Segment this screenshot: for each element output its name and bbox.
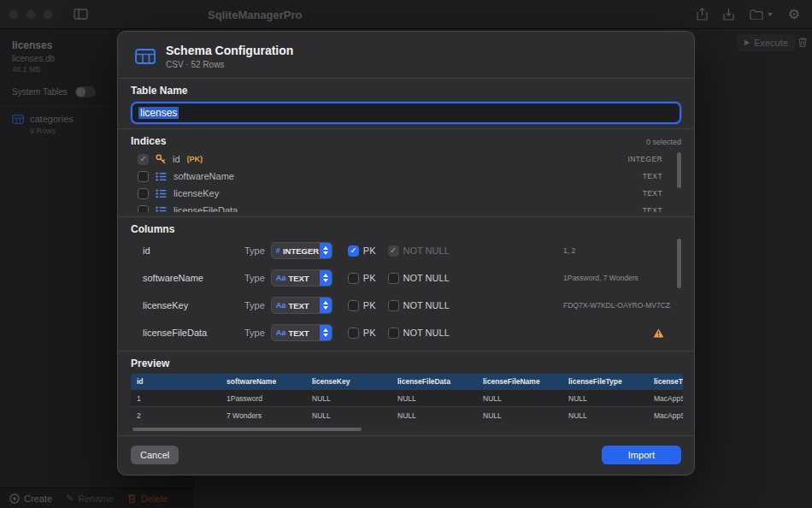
index-checkbox[interactable] <box>138 205 149 213</box>
number-type-icon: # <box>276 246 280 255</box>
index-type: TEXT <box>643 189 662 198</box>
text-type-icon: Aa <box>276 274 286 282</box>
index-row[interactable]: id (PK) INTEGER <box>131 151 681 168</box>
pk-checkbox[interactable] <box>348 328 359 339</box>
column-header: id <box>131 374 221 390</box>
preview-section: Preview id softwareName licenseKey licen… <box>118 351 694 435</box>
type-label: Type <box>244 300 265 310</box>
text-type-icon: Aa <box>276 301 286 310</box>
columns-list: id Type # INTEGER PK NOT NULL 1, 2 softw… <box>131 237 681 346</box>
column-name: softwareName <box>143 273 244 283</box>
list-icon <box>156 172 167 181</box>
list-icon <box>156 206 167 213</box>
not-null-checkbox[interactable] <box>388 300 399 311</box>
index-row[interactable]: softwareName TEXT <box>131 168 681 185</box>
index-checkbox[interactable] <box>138 171 149 182</box>
pk-badge: (PK) <box>187 155 203 163</box>
column-header: licenseFileName <box>477 374 562 390</box>
column-row: id Type # INTEGER PK NOT NULL 1, 2 <box>131 237 681 264</box>
sample-values: FDQ7X-W7KDL-OAYRO-MV7CZ, oIQnA… <box>563 301 671 310</box>
stepper-icon <box>320 297 332 314</box>
schema-icon <box>135 49 156 64</box>
column-name: id <box>143 245 244 256</box>
not-null-checkbox[interactable] <box>388 273 399 284</box>
not-null-checkbox[interactable] <box>388 328 399 339</box>
schema-configuration-dialog: Schema Configuration CSV · 52 Rows Table… <box>117 31 695 476</box>
column-row: licenseFileData Type Aa TEXT PK NOT NULL <box>131 319 681 346</box>
cell: NULL <box>306 390 391 407</box>
not-null-checkbox[interactable] <box>388 245 399 257</box>
scrollbar[interactable] <box>677 152 681 188</box>
cell: NULL <box>477 407 562 424</box>
pk-checkbox[interactable] <box>348 300 359 311</box>
column-row: licenseKey Type Aa TEXT PK NOT NULL FDQ7… <box>131 292 681 319</box>
pk-checkbox[interactable] <box>348 273 359 284</box>
type-label: Type <box>244 245 265 256</box>
pk-label: PK <box>363 328 376 338</box>
pk-label: PK <box>363 300 376 310</box>
cell: NULL <box>562 407 648 424</box>
key-icon <box>156 154 166 164</box>
indices-label: Indices <box>131 135 166 147</box>
preview-label: Preview <box>131 357 681 369</box>
type-label: Type <box>244 273 265 283</box>
index-checkbox[interactable] <box>138 188 149 199</box>
index-row[interactable]: licenseFileData TEXT <box>131 202 681 212</box>
scrollbar[interactable] <box>677 239 681 288</box>
type-select[interactable]: Aa TEXT <box>271 324 332 341</box>
not-null-label: NOT NULL <box>403 273 450 283</box>
table-row: 1 1Password NULL NULL NULL NULL MacAppSt <box>131 390 683 407</box>
indices-list: id (PK) INTEGER softwareName TEXT licens… <box>131 151 681 212</box>
cell: MacAppSt <box>648 407 683 424</box>
type-select[interactable]: Aa TEXT <box>271 269 332 286</box>
columns-section: Columns id Type # INTEGER PK NOT NULL 1,… <box>118 217 694 351</box>
table-name-label: Table Name <box>131 85 681 97</box>
type-select[interactable]: # INTEGER <box>271 242 332 259</box>
cell: 1Password <box>221 390 306 407</box>
column-name: licenseFileData <box>143 328 244 338</box>
column-header: licenseKey <box>306 374 391 390</box>
cancel-button[interactable]: Cancel <box>131 446 179 464</box>
stepper-icon <box>320 242 332 259</box>
sample-values: 1, 2 <box>563 246 575 255</box>
column-header: licenseFileType <box>562 374 648 390</box>
table-name-value: licenses <box>138 107 179 119</box>
table-name-input[interactable]: licenses <box>131 102 681 124</box>
stepper-icon <box>320 324 332 341</box>
index-name: licenseKey <box>174 188 219 198</box>
dialog-subtitle: CSV · 52 Rows <box>166 60 293 69</box>
table-name-section: Table Name licenses <box>118 79 694 128</box>
cell: NULL <box>391 407 477 424</box>
index-checkbox[interactable] <box>138 154 149 165</box>
column-header: licenseType <box>648 374 683 390</box>
columns-label: Columns <box>131 223 681 235</box>
preview-table: id softwareName licenseKey licenseFileDa… <box>131 374 683 423</box>
type-label: Type <box>244 328 265 338</box>
pk-label: PK <box>363 245 376 256</box>
import-button[interactable]: Import <box>602 446 681 464</box>
preview-header-row: id softwareName licenseKey licenseFileDa… <box>131 374 683 390</box>
cell: NULL <box>562 390 648 407</box>
column-header: softwareName <box>221 374 306 390</box>
horizontal-scrollbar[interactable] <box>131 428 683 431</box>
cell: NULL <box>391 390 477 407</box>
not-null-label: NOT NULL <box>403 245 450 256</box>
warning-icon <box>653 328 664 338</box>
indices-section: Indices 0 selected id (PK) INTEGER softw… <box>118 129 694 216</box>
type-select[interactable]: Aa TEXT <box>271 297 332 314</box>
sample-values: 1Password, 7 Wonders <box>563 274 638 282</box>
text-type-icon: Aa <box>276 328 286 337</box>
stepper-icon <box>320 269 332 286</box>
column-header: licenseFileData <box>391 374 477 390</box>
pk-checkbox[interactable] <box>348 245 359 257</box>
cell: NULL <box>306 407 391 424</box>
cell: MacAppSt <box>648 390 683 407</box>
index-name: softwareName <box>174 171 234 181</box>
not-null-label: NOT NULL <box>403 328 450 338</box>
index-row[interactable]: licenseKey TEXT <box>131 185 681 202</box>
index-name: licenseFileData <box>174 205 238 212</box>
column-row: softwareName Type Aa TEXT PK NOT NULL 1P… <box>131 264 681 292</box>
column-name: licenseKey <box>143 300 244 310</box>
index-name: id <box>173 154 180 164</box>
cell: 2 <box>131 407 221 424</box>
